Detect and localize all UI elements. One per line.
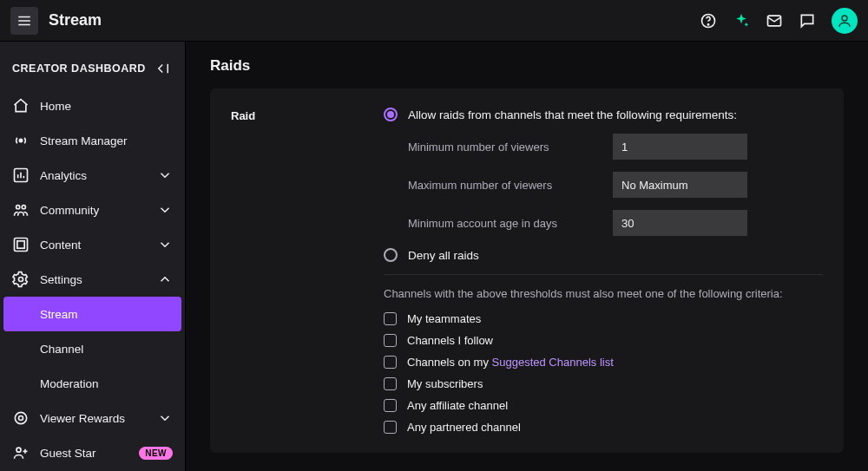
check-label: My teammates [407,312,481,325]
checkbox-icon [384,312,397,325]
check-label: Channels on my Suggested Channels list [407,356,614,369]
sidebar-item-content[interactable]: Content [0,227,185,262]
checkbox-icon [384,377,397,390]
sidebar-item-label: Viewer Rewards [40,412,147,425]
check-label: My subscribers [407,377,483,390]
sidebar-item-viewer-rewards[interactable]: Viewer Rewards [0,401,185,435]
chevron-up-icon [157,271,173,287]
check-any-affiliate[interactable]: Any affiliate channel [384,399,823,412]
whispers-button[interactable] [799,12,816,29]
gear-icon [12,271,30,288]
svg-point-14 [22,206,25,209]
check-any-partnered[interactable]: Any partnered channel [384,421,823,434]
page-title: Raids [210,57,844,75]
chevron-down-icon [157,167,173,183]
sidebar-subitem-stream[interactable]: Stream [3,297,181,331]
reward-icon [12,409,30,427]
min-age-input[interactable] [613,210,747,236]
inbox-button[interactable] [766,12,783,29]
sparkle-icon [733,12,750,29]
sidebar-subitem-channel[interactable]: Channel [0,331,185,366]
analytics-icon [12,167,30,184]
sidebar-item-home[interactable]: Home [0,88,185,123]
sidebar-item-label: Moderation [40,377,173,390]
broadcast-icon [12,132,30,149]
chevron-down-icon [157,202,173,218]
mail-icon [766,12,783,29]
svg-point-4 [707,23,708,24]
chevron-down-icon [157,410,173,426]
sidebar-item-label: Content [40,239,147,252]
allow-radio-option[interactable]: Allow raids from channels that meet the … [384,108,823,121]
sparkle-button[interactable] [733,12,750,29]
svg-point-20 [16,448,21,452]
community-icon [12,201,30,219]
min-viewers-input[interactable] [613,134,747,160]
sidebar-item-label: Home [40,100,173,113]
hamburger-icon [16,13,32,29]
svg-rect-15 [15,239,28,252]
sidebar-item-label: Guest Star [40,447,123,460]
radio-icon [384,248,398,262]
min-age-label: Minimum account age in days [408,217,613,230]
check-my-subscribers[interactable]: My subscribers [384,377,823,390]
svg-point-17 [19,278,23,282]
user-icon [837,13,852,29]
sidebar-item-community[interactable]: Community [0,193,185,227]
check-teammates[interactable]: My teammates [384,312,823,325]
checkbox-icon [384,334,397,347]
deny-radio-option[interactable]: Deny all raids [384,248,823,262]
main-content: Raids Raid Allow raids from channels tha… [186,42,868,471]
sidebar-item-guest-star[interactable]: Guest Star NEW [0,435,185,470]
checkbox-icon [384,399,397,412]
svg-point-13 [16,206,20,209]
allow-radio-label: Allow raids from channels that meet the … [408,108,737,121]
max-viewers-input[interactable] [613,172,747,198]
chevron-down-icon [157,237,173,252]
help-button[interactable] [700,12,717,29]
svg-point-18 [15,412,26,423]
user-avatar[interactable] [832,8,858,34]
max-viewers-label: Maximum number of viewers [408,179,613,192]
top-bar: Stream [0,0,868,42]
content-icon [12,236,30,253]
min-viewers-label: Minimum number of viewers [408,141,613,154]
sidebar-item-settings[interactable]: Settings [0,262,185,297]
check-label: Any partnered channel [407,421,521,434]
svg-point-6 [842,16,847,21]
raids-card: Raid Allow raids from channels that meet… [210,88,844,453]
sidebar: CREATOR DASHBOARD Home Stream Manager An… [0,42,186,471]
sidebar-item-analytics[interactable]: Analytics [0,158,185,193]
sidebar-item-label: Stream Manager [40,134,173,147]
home-icon [12,97,30,114]
checkbox-icon [384,356,397,369]
sidebar-subitem-moderation[interactable]: Moderation [0,366,185,401]
sidebar-item-label: Analytics [40,169,147,182]
sidebar-item-label: Stream [40,308,169,321]
collapse-icon [155,61,171,76]
sidebar-item-stream-manager[interactable]: Stream Manager [0,123,185,158]
criteria-text: Channels with the above thresholds must … [384,287,823,300]
check-channels-i-follow[interactable]: Channels I follow [384,334,823,347]
checkbox-icon [384,421,397,434]
deny-radio-label: Deny all raids [408,249,479,262]
help-icon [700,12,717,29]
guest-star-icon [12,444,30,461]
check-label: Channels I follow [407,334,493,347]
sidebar-collapse-button[interactable] [155,61,171,76]
radio-icon [384,108,398,121]
menu-button[interactable] [10,7,38,35]
svg-point-8 [19,139,22,141]
chat-icon [799,12,816,29]
sidebar-item-label: Community [40,204,147,217]
section-label: Raid [231,108,384,434]
brand-title: Stream [49,11,102,29]
suggested-channels-link[interactable]: Suggested Channels list [492,356,614,369]
svg-point-19 [19,416,23,421]
sidebar-title: CREATOR DASHBOARD [12,62,146,75]
new-badge: NEW [139,447,173,460]
check-label: Any affiliate channel [407,399,508,412]
check-suggested-channels[interactable]: Channels on my Suggested Channels list [384,356,823,369]
sidebar-item-label: Channel [40,343,173,356]
svg-rect-16 [17,241,24,248]
